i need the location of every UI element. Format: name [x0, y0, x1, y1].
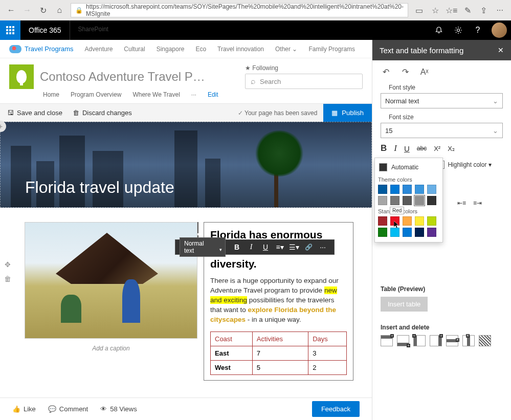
- color-swatch[interactable]: [403, 196, 412, 205]
- site-nav-item[interactable]: Home: [43, 91, 59, 98]
- color-swatch[interactable]: [415, 228, 424, 237]
- toolbar-more-button[interactable]: ···: [316, 240, 330, 254]
- color-swatch[interactable]: [403, 185, 412, 194]
- undo-button[interactable]: ↶: [381, 67, 391, 77]
- delete-column-button[interactable]: [462, 335, 475, 346]
- page-title[interactable]: Florida travel update: [25, 178, 174, 197]
- move-section-icon[interactable]: ✥: [3, 260, 12, 269]
- app-launcher[interactable]: [0, 20, 20, 40]
- color-swatch[interactable]: [427, 185, 436, 194]
- color-swatch[interactable]: [390, 196, 399, 205]
- hero-banner[interactable]: Florida travel update: [0, 122, 372, 208]
- like-button[interactable]: 👍Like: [12, 405, 36, 413]
- table-cell[interactable]: West: [211, 361, 253, 375]
- color-swatch[interactable]: Red: [390, 216, 399, 226]
- insert-row-below-button[interactable]: [397, 335, 409, 346]
- font-size-select[interactable]: 15: [381, 123, 503, 138]
- superscript-toggle[interactable]: X²: [434, 145, 440, 152]
- site-nav-item[interactable]: Program Overview: [71, 91, 121, 98]
- site-logo[interactable]: [9, 64, 34, 89]
- settings-icon[interactable]: [449, 20, 468, 40]
- publish-button[interactable]: ▦Publish: [323, 104, 372, 122]
- favorites-list-icon[interactable]: ☆≡: [445, 3, 459, 17]
- hub-nav-item[interactable]: Family Programs: [308, 46, 355, 53]
- favorite-icon[interactable]: ☆: [429, 3, 443, 17]
- article-paragraph[interactable]: There is a huge opportunity to expand ou…: [210, 276, 347, 324]
- subscript-toggle[interactable]: X₂: [448, 145, 455, 152]
- underline-button[interactable]: U: [258, 240, 273, 254]
- color-swatch[interactable]: [415, 196, 424, 205]
- image-caption-input[interactable]: Add a caption: [25, 339, 197, 358]
- table-header[interactable]: Activities: [252, 332, 308, 346]
- bold-button[interactable]: B: [230, 240, 244, 254]
- more-icon[interactable]: ···: [493, 3, 507, 17]
- color-swatch[interactable]: [415, 185, 424, 194]
- following-indicator[interactable]: Following: [245, 64, 363, 74]
- article-table[interactable]: Coast Activities Days East 7 3 West 5 2: [210, 331, 347, 375]
- edit-nav-link[interactable]: Edit: [208, 91, 218, 98]
- underline-toggle[interactable]: U: [404, 144, 410, 153]
- color-swatch[interactable]: [427, 216, 436, 226]
- hub-nav-item[interactable]: Cultural: [124, 46, 145, 53]
- color-swatch[interactable]: [427, 228, 436, 237]
- table-header[interactable]: Days: [308, 332, 347, 346]
- bold-toggle[interactable]: B: [381, 143, 387, 153]
- italic-toggle[interactable]: I: [394, 143, 397, 153]
- suite-label[interactable]: Office 365: [20, 20, 70, 40]
- hub-nav-item[interactable]: Travel innovation: [217, 46, 264, 53]
- share-icon[interactable]: ⇪: [477, 3, 491, 17]
- hub-nav-item[interactable]: Adventure: [85, 46, 113, 53]
- redo-button[interactable]: ↷: [400, 67, 410, 77]
- close-panel-button[interactable]: ✕: [498, 46, 504, 54]
- color-swatch[interactable]: [403, 228, 412, 237]
- highlight-color-button[interactable]: Highlight color ▾: [448, 161, 491, 168]
- color-swatch[interactable]: [378, 196, 387, 205]
- list-button[interactable]: ☰▾: [287, 240, 301, 254]
- delete-section-icon[interactable]: 🗑: [3, 274, 12, 283]
- delete-row-button[interactable]: [446, 335, 458, 346]
- save-and-close-button[interactable]: 🖫Save and close: [7, 109, 62, 117]
- comment-button[interactable]: 💬Comment: [48, 405, 88, 413]
- site-nav-item[interactable]: Where We Travel: [132, 91, 180, 98]
- notes-icon[interactable]: ✎: [461, 3, 475, 17]
- feedback-button[interactable]: Feedback: [312, 401, 360, 417]
- color-swatch[interactable]: [403, 216, 412, 226]
- table-cell[interactable]: 3: [308, 346, 347, 361]
- color-swatch[interactable]: [378, 228, 387, 237]
- notifications-icon[interactable]: [429, 20, 449, 40]
- home-button[interactable]: ⌂: [53, 3, 67, 17]
- insert-table-button[interactable]: Insert table: [381, 297, 428, 312]
- hub-brand[interactable]: Travel Programs: [9, 45, 74, 53]
- table-header[interactable]: Coast: [211, 332, 253, 346]
- automatic-color-option[interactable]: Automatic: [378, 161, 439, 173]
- link-button[interactable]: 🔗: [301, 240, 316, 254]
- table-cell[interactable]: 7: [252, 346, 308, 361]
- paragraph-style-select[interactable]: Normal text: [180, 237, 226, 257]
- insert-column-left-button[interactable]: [413, 335, 426, 346]
- back-button[interactable]: ←: [4, 3, 18, 17]
- decrease-indent-button[interactable]: ⇤≡: [457, 200, 466, 207]
- font-style-select[interactable]: Normal text: [381, 93, 503, 108]
- reading-view-icon[interactable]: ▭: [412, 3, 427, 17]
- site-nav-more[interactable]: ···: [191, 91, 196, 98]
- app-label[interactable]: SharePoint: [70, 26, 117, 33]
- italic-button[interactable]: I: [244, 240, 258, 254]
- color-swatch[interactable]: [427, 196, 436, 205]
- hub-nav-item[interactable]: Singapore: [157, 46, 185, 53]
- table-cell[interactable]: 5: [252, 361, 308, 375]
- user-avatar[interactable]: [492, 23, 507, 38]
- color-swatch[interactable]: [378, 216, 387, 226]
- strikethrough-toggle[interactable]: abc: [417, 145, 427, 152]
- refresh-button[interactable]: ↻: [36, 3, 51, 17]
- forward-button[interactable]: →: [20, 3, 35, 17]
- search-input[interactable]: Search: [245, 74, 363, 89]
- site-title[interactable]: Contoso Adventure Travel P…: [40, 70, 205, 84]
- align-button[interactable]: ≡▾: [273, 240, 287, 254]
- help-icon[interactable]: ?: [468, 20, 487, 40]
- table-cell[interactable]: East: [211, 346, 253, 361]
- hub-nav-item[interactable]: Eco: [195, 46, 206, 53]
- increase-indent-button[interactable]: ≡⇥: [473, 200, 482, 207]
- color-swatch[interactable]: [390, 185, 399, 194]
- color-swatch[interactable]: [415, 216, 424, 226]
- color-swatch[interactable]: [390, 228, 399, 237]
